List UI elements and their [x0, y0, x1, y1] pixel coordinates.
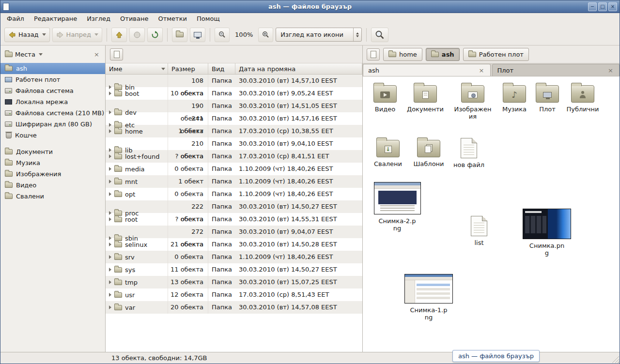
tab-close-icon[interactable]: ×	[607, 67, 614, 74]
expander-icon[interactable]	[109, 243, 111, 246]
table-row[interactable]: boot10 обектаПапка30.03.2010 (вт) 9,05,2…	[106, 87, 362, 100]
table-row[interactable]: sbin272 обектаПапка30.03.2010 (вт) 9,04,…	[106, 226, 362, 238]
icon-public-folder[interactable]: Публични	[562, 82, 603, 113]
path-button-home[interactable]: home	[383, 48, 422, 61]
expander-icon[interactable]	[109, 129, 111, 133]
home-button[interactable]	[172, 28, 187, 42]
sidebar-item-pictures[interactable]: Изображения	[0, 168, 105, 180]
icon-pictures-folder[interactable]: Изображения	[452, 82, 493, 121]
maximize-button[interactable]: □	[598, 2, 607, 11]
icon-view[interactable]: Видео Документи Изображения ♪ Музика Пло…	[363, 76, 620, 352]
expander-icon[interactable]	[109, 305, 111, 309]
table-row[interactable]: dev190 обектаПапка30.03.2010 (вт) 14,51,…	[106, 100, 362, 112]
expander-icon[interactable]	[109, 180, 111, 183]
sidebar-close-button[interactable]: ×	[93, 51, 101, 58]
table-row[interactable]: home1 обектПапка17.03.2010 (ср) 10,38,55…	[106, 125, 362, 137]
icon-documents-folder[interactable]: Документи	[405, 82, 446, 113]
path-button-ash[interactable]: ash	[426, 48, 460, 61]
reload-button[interactable]	[147, 28, 163, 42]
expander-icon[interactable]	[109, 91, 111, 95]
table-row[interactable]: selinux21 обектаПапка30.03.2010 (вт) 14,…	[106, 238, 362, 251]
sidebar-item-music[interactable]: Музика	[0, 157, 105, 168]
sidebar-item-encrypted-80gb[interactable]: Шифриран дял (80 GB)	[0, 119, 105, 130]
back-history-chevron-icon[interactable]	[42, 33, 46, 36]
icon-downloads-folder[interactable]: ↓ Свалени	[368, 137, 408, 168]
expander-icon[interactable]	[109, 293, 111, 297]
resize-grip[interactable]	[612, 356, 619, 363]
table-row[interactable]: bin108 обектаПапка30.03.2010 (вт) 14,57,…	[106, 75, 362, 87]
expander-icon[interactable]	[109, 154, 111, 158]
minimize-button[interactable]: ─	[588, 2, 597, 11]
zoom-in-button[interactable]	[258, 28, 273, 42]
table-row[interactable]: mnt1 обектПапка1.10.2009 (чт) 18,40,26 E…	[106, 175, 362, 188]
expander-icon[interactable]	[109, 192, 111, 196]
sidebar-item-ash[interactable]: ash	[0, 63, 105, 74]
tab-desktop[interactable]: Плот ×	[492, 64, 620, 76]
column-header-type[interactable]: Вид	[208, 63, 235, 74]
icon-desktop-folder[interactable]: Плот	[527, 82, 568, 113]
table-row[interactable]: srv0 обектаПапка1.10.2009 (чт) 18,40,26 …	[106, 251, 362, 263]
titlebar[interactable]: ash — файлов браузър ─ □ ×	[0, 0, 620, 13]
combo-spinner-icon[interactable]	[353, 28, 361, 41]
sidebar-item-videos[interactable]: Видео	[0, 180, 105, 191]
computer-button[interactable]	[190, 28, 205, 42]
expander-icon[interactable]	[109, 268, 111, 272]
up-button[interactable]	[111, 28, 127, 42]
location-toggle-button[interactable]	[110, 48, 123, 61]
menu-go[interactable]: Отиване	[116, 14, 153, 23]
icon-templates-folder[interactable]: Шаблони	[408, 137, 449, 168]
path-button-desktop[interactable]: Работен плот	[463, 48, 529, 61]
expander-icon[interactable]	[109, 255, 111, 259]
forward-history-chevron-icon[interactable]	[94, 33, 98, 36]
icon-videos-folder[interactable]: Видео	[365, 82, 405, 113]
search-button[interactable]	[371, 28, 388, 42]
zoom-out-icon	[218, 31, 226, 38]
column-header-size[interactable]: Размер	[168, 63, 208, 74]
expander-icon[interactable]	[109, 280, 111, 284]
sidebar-item-filesystem[interactable]: Файлова система	[0, 85, 105, 96]
location-toggle-button[interactable]	[367, 48, 380, 61]
table-row[interactable]: lib210 обектаПапка30.03.2010 (вт) 9,04,1…	[106, 137, 362, 150]
column-header-name[interactable]: Име	[106, 63, 168, 74]
sidebar-item-documents[interactable]: Документи	[0, 146, 105, 157]
sidebar-item-downloads[interactable]: Свалени	[0, 191, 105, 202]
menu-help[interactable]: Помощ	[192, 14, 224, 23]
zoom-out-button[interactable]	[215, 28, 230, 42]
places-caret-icon[interactable]	[39, 53, 43, 56]
table-row[interactable]: opt0 обектаПапка1.10.2009 (чт) 18,40,26 …	[106, 188, 362, 200]
table-row[interactable]: var20 обектаПапка30.03.2010 (вт) 14,57,0…	[106, 301, 362, 314]
menu-file[interactable]: Файл	[2, 14, 29, 23]
close-button[interactable]: ×	[608, 2, 617, 11]
sidebar-separator	[0, 141, 105, 146]
icon-snimka-png[interactable]: Снимка.png	[522, 209, 572, 257]
tab-close-icon[interactable]: ×	[478, 67, 485, 74]
tab-ash[interactable]: ash ×	[363, 64, 491, 76]
sidebar-item-desktop[interactable]: Работен плот	[0, 74, 105, 85]
table-row[interactable]: tmp13 обектаПапка30.03.2010 (вт) 15,07,2…	[106, 276, 362, 288]
table-row[interactable]: proc222 обектаПапка30.03.2010 (вт) 14,50…	[106, 200, 362, 213]
back-button[interactable]: Назад	[4, 28, 50, 42]
expander-icon[interactable]	[109, 217, 111, 221]
icon-snimka-1-png[interactable]: Снимка-1.png	[403, 274, 454, 321]
table-row[interactable]: usr12 обектаПапка17.03.2010 (ср) 8,51,43…	[106, 288, 362, 301]
table-row[interactable]: media0 обектаПапка1.10.2009 (чт) 18,40,2…	[106, 163, 362, 175]
sidebar-title[interactable]: Места	[15, 51, 35, 58]
table-row[interactable]: etc241 обектаПапка30.03.2010 (вт) 14,57,…	[106, 112, 362, 125]
icon-snimka-2-png[interactable]: Снимка-2.png	[372, 182, 422, 232]
icon-list-file[interactable]: list	[459, 216, 499, 247]
menu-view[interactable]: Изглед	[82, 14, 115, 23]
sidebar-item-filesystem-210mb[interactable]: Файлова система (210 MB)	[0, 107, 105, 119]
table-row[interactable]: lost+found? обектаПапка17.03.2010 (ср) 8…	[106, 150, 362, 163]
expander-icon[interactable]	[109, 167, 111, 171]
sidebar-item-local-network[interactable]: Локална мрежа	[0, 96, 105, 107]
icon-new-file[interactable]: нов файл	[449, 138, 489, 169]
column-header-date[interactable]: Дата на промяна	[235, 63, 362, 74]
forward-button[interactable]: Напред	[52, 28, 102, 42]
table-row[interactable]: root? обектаПапка30.03.2010 (вт) 14,55,3…	[106, 213, 362, 226]
table-row[interactable]: sys11 обектаПапка30.03.2010 (вт) 14,50,2…	[106, 263, 362, 276]
menu-edit[interactable]: Редактиране	[30, 14, 81, 23]
stop-button[interactable]	[129, 28, 145, 42]
sidebar-item-trash[interactable]: Кошче	[0, 130, 105, 141]
view-mode-combo[interactable]: Изглед като икони	[276, 28, 362, 42]
menu-bookmarks[interactable]: Отметки	[154, 14, 191, 23]
